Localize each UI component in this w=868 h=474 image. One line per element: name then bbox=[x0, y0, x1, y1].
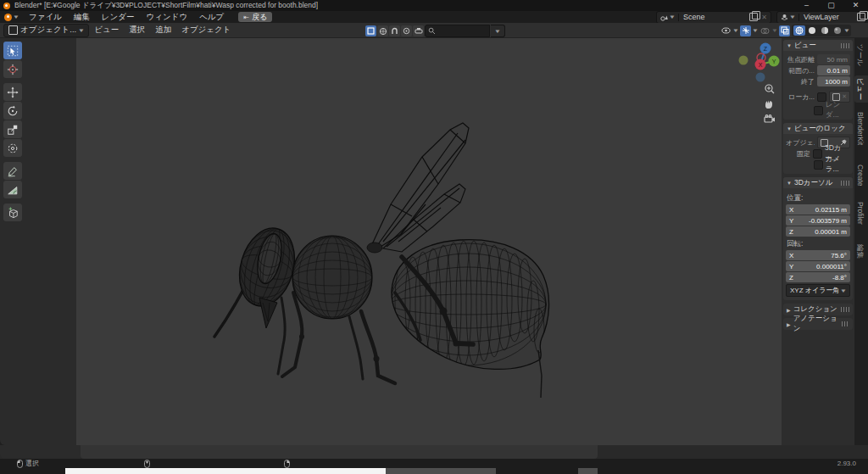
close-button[interactable]: ✕ bbox=[843, 0, 868, 11]
focal-length-field[interactable]: 50 mm bbox=[817, 54, 850, 64]
viewlayer-selector[interactable]: ▼ ViewLayer bbox=[776, 11, 866, 24]
search-icon bbox=[428, 27, 436, 35]
blender-menu-button[interactable]: ▼ bbox=[0, 14, 23, 21]
panel-3d-cursor-header[interactable]: ▼ 3Dカーソル bbox=[783, 177, 853, 188]
search-options-dropdown[interactable]: ▼ bbox=[491, 25, 505, 37]
chevron-down-icon: ▼ bbox=[13, 14, 19, 20]
mode-dropdown[interactable]: オブジェクト... ▼ bbox=[3, 24, 89, 37]
chevron-down-icon[interactable]: ▼ bbox=[732, 28, 739, 33]
axis-z-value: 0.00001 m bbox=[815, 228, 847, 236]
tab-profiler[interactable]: Profiler bbox=[854, 199, 868, 233]
panel-view-lock-header[interactable]: ▼ ビューのロック bbox=[783, 123, 853, 134]
chevron-down-icon: ▼ bbox=[78, 28, 85, 33]
menu-file[interactable]: ファイル bbox=[23, 11, 68, 23]
cursor-location-x-field[interactable]: X 0.02115 m bbox=[786, 204, 850, 215]
panel-annotations[interactable]: ▶ アノテーション bbox=[783, 318, 853, 330]
panel-view-header[interactable]: ▼ ビュー bbox=[783, 40, 853, 51]
tab-create-label: Create bbox=[856, 165, 865, 187]
snap-magnet-icon[interactable] bbox=[389, 25, 400, 36]
tool-scale[interactable] bbox=[3, 120, 22, 138]
tool-add-cube[interactable] bbox=[3, 204, 22, 221]
wireframe-shading-icon[interactable] bbox=[793, 25, 805, 36]
tab-view[interactable]: ビュー bbox=[854, 75, 868, 103]
grip-icon[interactable] bbox=[841, 43, 849, 48]
scene-icon bbox=[660, 14, 668, 21]
zoom-icon[interactable] bbox=[765, 85, 774, 93]
viewport-3d[interactable]: Z Y X bbox=[76, 38, 782, 445]
grip-icon[interactable] bbox=[841, 307, 849, 312]
clear-icon[interactable]: ✕ bbox=[842, 93, 847, 100]
camera-to-view-checkbox[interactable] bbox=[814, 160, 823, 170]
snap-target-icon[interactable] bbox=[401, 25, 412, 36]
taskbar-sliver-white bbox=[65, 468, 386, 474]
cursor-location-z-field[interactable]: Z 0.00001 m bbox=[786, 226, 850, 237]
tool-cursor[interactable] bbox=[3, 60, 22, 78]
menu-window[interactable]: ウィンドウ bbox=[141, 11, 194, 23]
tab-edit[interactable]: 編集 bbox=[854, 242, 868, 265]
grip-icon[interactable] bbox=[841, 181, 849, 186]
clip-start-field[interactable]: 0.01 m bbox=[817, 65, 850, 75]
chevron-down-icon[interactable]: ▼ bbox=[771, 28, 778, 33]
tool-rotate[interactable] bbox=[3, 102, 22, 120]
tool-move[interactable] bbox=[3, 83, 22, 101]
scene-name[interactable]: Scene bbox=[679, 13, 749, 21]
menu-view[interactable]: ビュー bbox=[89, 25, 124, 36]
clip-end-label: 終了 bbox=[786, 77, 815, 86]
show-overlays-icon[interactable] bbox=[760, 25, 771, 36]
menu-render[interactable]: レンダー bbox=[96, 11, 141, 23]
tool-measure[interactable] bbox=[3, 181, 22, 198]
viewlayer-name[interactable]: ViewLayer bbox=[799, 13, 857, 21]
axis-negative-y-ball[interactable] bbox=[739, 56, 748, 65]
tool-transform[interactable] bbox=[3, 139, 22, 157]
chevron-down-icon[interactable]: ▼ bbox=[843, 28, 850, 33]
navigation-gizmo[interactable]: Z Y X bbox=[729, 38, 782, 131]
material-shading-icon[interactable] bbox=[819, 25, 831, 36]
scene-browse-button[interactable]: ▼ bbox=[657, 14, 679, 21]
chevron-down-icon[interactable]: ▼ bbox=[752, 28, 759, 33]
tool-select-box[interactable] bbox=[3, 42, 22, 59]
search-input[interactable] bbox=[425, 25, 490, 37]
pivot-point-icon[interactable] bbox=[377, 25, 388, 36]
menu-help[interactable]: ヘルプ bbox=[193, 11, 230, 23]
cursor-rotation-y-field[interactable]: Y 0.000011° bbox=[786, 261, 850, 271]
grip-icon[interactable] bbox=[842, 321, 849, 326]
tab-tool[interactable]: ツール bbox=[854, 42, 868, 67]
axis-negative-z-ball[interactable] bbox=[756, 73, 765, 82]
object-type-visibility-icon[interactable] bbox=[721, 25, 732, 36]
new-scene-icon[interactable] bbox=[749, 13, 758, 21]
wasp-wireframe-model[interactable] bbox=[76, 38, 782, 445]
rotation-mode-dropdown[interactable]: XYZ オイラー角 ▼ bbox=[786, 284, 850, 297]
tool-annotate[interactable] bbox=[3, 162, 22, 180]
proportional-edit-icon[interactable] bbox=[413, 25, 424, 36]
xray-toggle-icon[interactable] bbox=[779, 25, 790, 36]
toolbar-region bbox=[0, 38, 76, 445]
solid-shading-icon[interactable] bbox=[806, 25, 818, 36]
axis-y-label: Y bbox=[772, 59, 776, 64]
cursor-location-y-field[interactable]: Y -0.003579 m bbox=[786, 215, 850, 226]
tab-create[interactable]: Create bbox=[854, 162, 868, 192]
transform-orientation-icon[interactable] bbox=[365, 25, 376, 36]
tab-blenderkit[interactable]: BlenderKit bbox=[854, 109, 868, 155]
object-mode-icon bbox=[8, 25, 18, 35]
minimize-button[interactable]: – bbox=[794, 0, 819, 11]
clip-end-field[interactable]: 1000 m bbox=[817, 76, 850, 86]
maximize-button[interactable]: ▢ bbox=[819, 0, 843, 11]
viewlayer-browse-button[interactable]: ▼ bbox=[777, 14, 799, 21]
cursor-rotation-x-field[interactable]: X 75.6° bbox=[786, 250, 850, 260]
cursor-rotation-z-field[interactable]: Z -8.8° bbox=[786, 272, 850, 282]
show-gizmo-icon[interactable] bbox=[740, 25, 751, 36]
pan-hand-icon[interactable] bbox=[765, 101, 772, 109]
back-button-label: 戻る bbox=[252, 12, 267, 23]
lock-3d-cursor-checkbox[interactable] bbox=[813, 149, 822, 159]
menu-select[interactable]: 選択 bbox=[124, 25, 150, 36]
menu-add[interactable]: 追加 bbox=[150, 25, 176, 36]
back-button[interactable]: ⇤ 戻る bbox=[238, 12, 272, 22]
shading-mode-group: ▼ bbox=[792, 25, 851, 36]
rendered-shading-icon[interactable] bbox=[832, 25, 843, 36]
scene-selector[interactable]: ▼ Scene ✕ bbox=[656, 11, 771, 24]
render-region-checkbox[interactable] bbox=[814, 106, 823, 115]
new-viewlayer-icon[interactable] bbox=[857, 13, 865, 21]
menu-object[interactable]: オブジェクト bbox=[176, 25, 236, 36]
camera-icon[interactable] bbox=[765, 115, 775, 122]
menu-edit[interactable]: 編集 bbox=[68, 11, 96, 23]
